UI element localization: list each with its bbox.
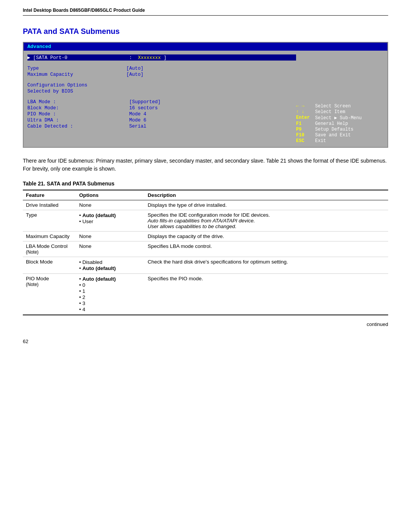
table-cell-feature: Drive Installed (23, 200, 76, 210)
table-cell-feature: LBA Mode Control(Note) (23, 241, 76, 257)
page-header: Intel Desktop Boards D865GBF/D865GLC Pro… (23, 8, 388, 16)
list-item: 3 (79, 300, 142, 306)
bios-sidebar-row-2: ↑ ↓ Select Item (296, 109, 384, 115)
table-cell-feature: Block Mode (23, 257, 76, 274)
bios-row-config2: Selected by BIOS (27, 89, 296, 94)
table-row: Drive InstalledNoneDisplays the type of … (23, 200, 388, 210)
bios-row-lba: LBA Mode : [Supported] (27, 99, 296, 105)
table-title: Table 21. SATA and PATA Submenus (23, 181, 388, 187)
table-cell-options: DisabledAuto (default) (76, 257, 145, 274)
bios-spacer-2 (27, 78, 296, 82)
continued-label: continued (23, 321, 388, 327)
description-line: Displays the type of drive installed. (148, 202, 385, 208)
table-row: PIO Mode(Note)Auto (default)01234Specifi… (23, 274, 388, 315)
bios-sidebar-row-6: F10 Save and Exit (296, 133, 384, 138)
bios-sidebar-row-4: F1 General Help (296, 121, 384, 126)
list-item: 4 (79, 307, 142, 312)
table-cell-options: None (76, 241, 145, 257)
bios-main: ▶ [SATA Port-0 : Xxxxxxxx ] Type [Auto] … (27, 54, 296, 144)
bios-spacer-1 (27, 61, 296, 65)
description-line: Specifies the PIO mode. (148, 276, 385, 281)
table-cell-feature: PIO Mode(Note) (23, 274, 76, 315)
bios-sidebar: ← → Select Screen ↑ ↓ Select Item Enter … (296, 54, 384, 144)
data-table: Feature Options Description Drive Instal… (23, 190, 388, 315)
table-cell-description: Specifies the IDE configuration mode for… (145, 210, 388, 232)
bios-sidebar-row-3: Enter Select ▶ Sub-Menu (296, 115, 384, 121)
bios-sidebar-row-1: ← → Select Screen (296, 104, 384, 109)
table-cell-feature: Maximum Capacity (23, 232, 76, 241)
bios-screen: Advanced ▶ [SATA Port-0 : Xxxxxxxx ] Typ… (23, 42, 388, 148)
description-line: Specifies the IDE configuration mode for… (148, 212, 385, 218)
bios-val-sata: Xxxxxxxx (138, 55, 161, 61)
table-row: Block ModeDisabledAuto (default)Check th… (23, 257, 388, 274)
bios-spacer-bottom (27, 130, 296, 137)
table-cell-options: None (76, 232, 145, 241)
table-row: Maximum CapacityNoneDisplays the capacit… (23, 232, 388, 241)
description-line: Check the hard disk drive's specificatio… (148, 259, 385, 265)
table-cell-feature: Type (23, 210, 76, 232)
bios-menu-advanced: Advanced (27, 44, 51, 50)
bios-sidebar-row-7: ESC Exit (296, 138, 384, 144)
bios-label-sata: ▶ [SATA Port-0 (27, 54, 126, 61)
list-item: Auto (default) (79, 265, 142, 271)
header-title: Intel Desktop Boards D865GBF/D865GLC Pro… (23, 8, 145, 13)
table-cell-description: Displays the type of drive installed. (145, 200, 388, 210)
list-item: 1 (79, 288, 142, 294)
description-line: Displays the capacity of the drive. (148, 233, 385, 239)
table-cell-description: Specifies LBA mode control. (145, 241, 388, 257)
description-text: There are four IDE submenus: Primary mas… (23, 157, 388, 173)
list-item: Auto (default) (79, 276, 142, 282)
bios-row-cable: Cable Detected : Serial (27, 124, 296, 129)
bios-row-type: Type [Auto] (27, 66, 296, 71)
list-item: Auto (default) (79, 212, 142, 218)
bios-row-block: Block Mode: 16 sectors (27, 105, 296, 111)
th-options: Options (76, 190, 145, 200)
list-item: User (79, 219, 142, 224)
bios-row-config1: Configuration Options (27, 83, 296, 88)
bios-row-maxcap: Maximum Capacity [Auto] (27, 72, 296, 77)
bios-spacer-3 (27, 95, 296, 99)
bios-row-sata: ▶ [SATA Port-0 : Xxxxxxxx ] (27, 54, 296, 61)
section-title: PATA and SATA Submenus (23, 27, 388, 36)
table-row: TypeAuto (default)UserSpecifies the IDE … (23, 210, 388, 232)
bios-menubar: Advanced (24, 43, 387, 51)
table-header-row: Feature Options Description (23, 190, 388, 200)
th-feature: Feature (23, 190, 76, 200)
table-cell-options: Auto (default)01234 (76, 274, 145, 315)
bios-sidebar-row-5: P9 Setup Defaults (296, 127, 384, 132)
description-line: Auto fills-in capabilities from ATA/ATAP… (148, 218, 385, 224)
table-row: LBA Mode Control(Note)NoneSpecifies LBA … (23, 241, 388, 257)
table-cell-options: None (76, 200, 145, 210)
bios-content: ▶ [SATA Port-0 : Xxxxxxxx ] Type [Auto] … (24, 51, 387, 147)
description-line: User allows capabilities to be changed. (148, 224, 385, 229)
table-cell-description: Displays the capacity of the drive. (145, 232, 388, 241)
table-cell-description: Check the hard disk drive's specificatio… (145, 257, 388, 274)
th-description: Description (145, 190, 388, 200)
list-item: 2 (79, 294, 142, 300)
page-number: 62 (23, 339, 388, 344)
bios-row-udma: Ultra DMA : Mode 6 (27, 118, 296, 123)
description-line: Specifies LBA mode control. (148, 243, 385, 249)
list-item: Disabled (79, 259, 142, 265)
bios-row-pio: PIO Mode : Mode 4 (27, 112, 296, 117)
list-item: 0 (79, 282, 142, 288)
table-cell-options: Auto (default)User (76, 210, 145, 232)
table-cell-description: Specifies the PIO mode. (145, 274, 388, 315)
